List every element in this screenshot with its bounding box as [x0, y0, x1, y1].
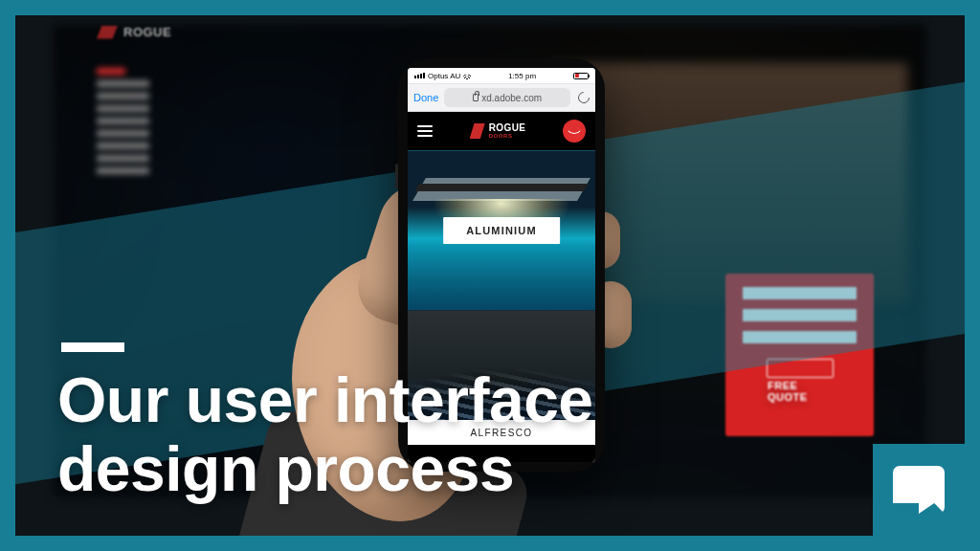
nav-item [97, 130, 149, 137]
thumbnail-frame: ROGUE FREE QUOTE [0, 0, 980, 551]
logo-mark-icon [97, 26, 118, 39]
battery-icon [573, 73, 589, 79]
nav-item [97, 105, 149, 112]
status-time: 1:55 pm [508, 72, 536, 80]
wifi-icon [463, 72, 471, 79]
nav-item [97, 93, 149, 99]
hamburger-menu-icon[interactable] [417, 125, 433, 137]
thumbnail-title: Our user interface design process [57, 366, 773, 503]
nav-item [97, 68, 125, 75]
nav-item [97, 80, 149, 87]
signal-icon [414, 73, 425, 78]
desktop-logo-text: ROGUE [123, 25, 171, 39]
corner-brand-badge [873, 444, 965, 536]
blurred-nav-menu [97, 68, 149, 174]
phone-icon [568, 124, 581, 138]
lock-icon [473, 94, 479, 101]
quote-form-field [743, 287, 857, 299]
photo-area: ROGUE FREE QUOTE [15, 15, 965, 536]
nav-item [97, 143, 149, 149]
quote-form-field [743, 331, 857, 343]
category-card-aluminium[interactable]: ALUMINIUM [408, 150, 595, 311]
ios-status-bar: Optus AU 1:55 pm [408, 68, 595, 83]
nav-item [97, 167, 149, 174]
desktop-site-logo: ROGUE [97, 25, 171, 39]
carrier-label: Optus AU [428, 72, 460, 80]
brand-mark-icon [470, 123, 485, 139]
safari-url-bar: Done xd.adobe.com [408, 83, 595, 112]
mobile-site-header: ROGUE DOORS [408, 112, 595, 150]
category-label: ALUMINIUM [443, 217, 560, 244]
phone-side-button [395, 164, 398, 188]
safari-url-field[interactable]: xd.adobe.com [444, 88, 570, 107]
brand-flag-icon [893, 466, 945, 514]
safari-done-button[interactable]: Done [413, 92, 438, 103]
reload-icon[interactable] [576, 90, 592, 106]
brand-name-bottom: DOORS [489, 133, 526, 139]
nav-item [97, 118, 149, 124]
safari-url-text: xd.adobe.com [481, 93, 542, 103]
quote-form-field [743, 309, 857, 321]
quote-form-submit [767, 359, 834, 378]
brand-name-top: ROGUE [489, 123, 526, 133]
title-accent-bar [61, 342, 124, 352]
site-brand: ROGUE DOORS [470, 123, 526, 139]
nav-item [97, 155, 149, 162]
call-button[interactable] [563, 120, 586, 143]
